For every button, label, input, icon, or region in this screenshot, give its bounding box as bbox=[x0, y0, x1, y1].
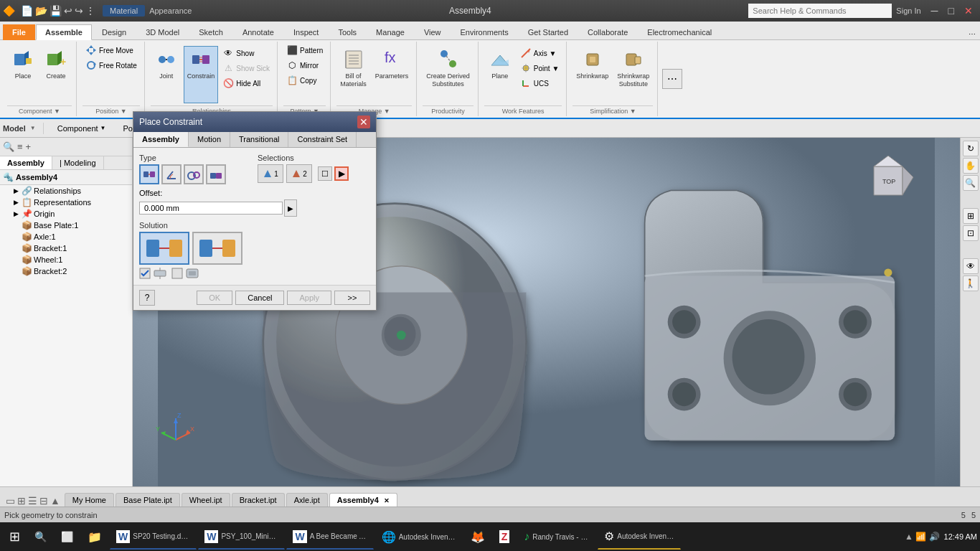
tab-axle[interactable]: Axle.ipt bbox=[286, 493, 328, 507]
free-move-button[interactable]: Free Move bbox=[83, 43, 140, 57]
tree-item-origin[interactable]: ▶ 📌 Origin bbox=[0, 208, 132, 220]
pattern-button[interactable]: ⬛ Pattern bbox=[283, 43, 326, 57]
tab-tools[interactable]: Tools bbox=[329, 24, 366, 39]
create-button[interactable]: + Create bbox=[40, 46, 72, 103]
solution-2-button[interactable] bbox=[192, 232, 242, 265]
show-sick-button[interactable]: ⚠ Show Sick bbox=[220, 61, 273, 75]
explorer-button[interactable]: 📁 bbox=[81, 524, 108, 550]
save-icon[interactable]: 💾 bbox=[50, 5, 62, 17]
apply-button[interactable]: Apply bbox=[287, 291, 331, 305]
minimize-button[interactable]: ─ bbox=[927, 5, 943, 17]
word-doc3-button[interactable]: W A Bee Became A... bbox=[286, 524, 373, 550]
show-button[interactable]: 👁 Show bbox=[220, 46, 273, 60]
selection-1-button[interactable]: 1 bbox=[258, 164, 283, 183]
tab-inspect[interactable]: Inspect bbox=[284, 24, 328, 39]
type-insert-button[interactable] bbox=[206, 164, 226, 184]
shrinkwrap-button[interactable]: Shrinkwrap bbox=[573, 46, 612, 103]
firefox-button[interactable]: 🦊 bbox=[464, 524, 491, 550]
parameters-button[interactable]: fx Parameters bbox=[372, 46, 413, 103]
sel-check-button[interactable]: ☐ bbox=[318, 166, 332, 181]
axis-button[interactable]: Axis ▼ bbox=[517, 46, 562, 60]
sel-active-button[interactable]: ▶ bbox=[334, 166, 349, 181]
sidebar-tab-assembly[interactable]: Assembly bbox=[0, 156, 52, 169]
offset-input[interactable] bbox=[139, 202, 283, 215]
constrain-button[interactable]: Constrain bbox=[184, 46, 219, 103]
solution-1-button[interactable] bbox=[139, 232, 189, 265]
tab-base-plate[interactable]: Base Plate.ipt bbox=[116, 493, 180, 507]
dialog-tab-assembly[interactable]: Assembly bbox=[133, 132, 189, 147]
type-mate-button[interactable] bbox=[139, 164, 159, 184]
plane-button[interactable]: Plane bbox=[484, 46, 516, 103]
bottom-expand-icon[interactable]: ▲ bbox=[50, 495, 60, 507]
dialog-tab-motion[interactable]: Motion bbox=[189, 132, 230, 147]
help-button[interactable]: ? bbox=[139, 290, 155, 306]
bottom-layout-icon4[interactable]: ⊟ bbox=[39, 495, 48, 507]
dialog-tab-transitional[interactable]: Transitional bbox=[230, 132, 288, 147]
undo-icon[interactable]: ↩ bbox=[64, 5, 72, 17]
hide-all-button[interactable]: 🚫 Hide All bbox=[220, 76, 273, 90]
sign-in-button[interactable]: Sign In bbox=[896, 6, 920, 15]
zotero-button[interactable]: Z bbox=[493, 524, 517, 550]
joint-button[interactable]: Joint bbox=[151, 46, 182, 103]
check1-item[interactable] bbox=[139, 268, 167, 279]
bottom-layout-icon3[interactable]: ☰ bbox=[28, 495, 37, 507]
maximize-button[interactable]: □ bbox=[944, 5, 958, 17]
tab-file[interactable]: File bbox=[3, 24, 35, 40]
rotate-view-button[interactable]: ↻ bbox=[963, 141, 979, 156]
point-button[interactable]: Point ▼ bbox=[517, 61, 562, 75]
selection-2-button[interactable]: 2 bbox=[286, 164, 312, 183]
pan-view-button[interactable]: ✋ bbox=[963, 158, 979, 174]
tree-item-axle[interactable]: 📦 Axle:1 bbox=[0, 231, 132, 242]
sidebar-menu-icon[interactable]: ≡ bbox=[17, 141, 23, 152]
walkthrough-button[interactable]: 🚶 bbox=[963, 276, 979, 291]
tab-environments[interactable]: Environments bbox=[451, 24, 518, 39]
check2-item[interactable] bbox=[171, 268, 199, 279]
tab-bracket[interactable]: Bracket.ipt bbox=[232, 493, 285, 507]
zoom-view-button[interactable]: 🔍 bbox=[963, 175, 979, 191]
tab-wheel[interactable]: Wheel.ipt bbox=[182, 493, 230, 507]
ribbon-toggle[interactable]: ⋯ bbox=[964, 29, 980, 39]
tree-item-relationships[interactable]: ▶ 🔗 Relationships bbox=[0, 185, 132, 197]
tab-assemble[interactable]: Assemble bbox=[36, 24, 92, 40]
tab-annotate[interactable]: Annotate bbox=[233, 24, 283, 39]
search-input[interactable] bbox=[748, 4, 892, 18]
type-angle-button[interactable] bbox=[161, 164, 182, 184]
inventor-button[interactable]: ⚙ Autodesk Invent... bbox=[598, 524, 681, 550]
zoom-all-button[interactable]: ⊞ bbox=[963, 208, 979, 224]
task-view-button[interactable]: ⬜ bbox=[55, 524, 80, 550]
tree-item-bracket2[interactable]: 📦 Bracket:2 bbox=[0, 265, 132, 277]
sidebar-search-icon[interactable]: 🔍 bbox=[3, 141, 14, 152]
more-button[interactable]: >> bbox=[334, 291, 370, 305]
nav-cube[interactable]: TOP bbox=[859, 152, 917, 209]
free-rotate-button[interactable]: Free Rotate bbox=[83, 58, 140, 72]
tab-view[interactable]: View bbox=[415, 24, 451, 39]
tab-sketch[interactable]: Sketch bbox=[189, 24, 232, 39]
cancel-button[interactable]: Cancel bbox=[235, 291, 284, 305]
chrome-button[interactable]: 🌐 Autodesk Invent... bbox=[375, 524, 463, 550]
music-button[interactable]: ♪ Randy Travis - S... bbox=[517, 524, 596, 550]
bottom-layout-icon1[interactable]: ▭ bbox=[6, 495, 15, 507]
zoom-window-button[interactable]: ⊡ bbox=[963, 225, 979, 241]
close-button[interactable]: ✕ bbox=[960, 5, 977, 17]
tree-item-wheel[interactable]: 📦 Wheel:1 bbox=[0, 254, 132, 265]
close-tab-icon[interactable]: ✕ bbox=[384, 497, 390, 504]
tree-item-bracket1[interactable]: 📦 Bracket:1 bbox=[0, 242, 132, 254]
shrinkwrap-sub-button[interactable]: ShrinkwrapSubstitute bbox=[613, 46, 653, 103]
offset-arrow-button[interactable]: ▶ bbox=[284, 199, 297, 217]
ucs-button[interactable]: UCS bbox=[517, 76, 562, 90]
component-dropdown[interactable]: Component ▼ bbox=[51, 122, 113, 135]
create-derived-button[interactable]: Create DerivedSubstitutes bbox=[423, 46, 473, 103]
new-icon[interactable]: 📄 bbox=[21, 5, 33, 17]
word-doc2-button[interactable]: W PSY_100_MiniEx... bbox=[198, 524, 285, 550]
ribbon-extra-button[interactable]: ⋯ bbox=[662, 69, 682, 89]
ok-button[interactable]: OK bbox=[197, 291, 232, 305]
copy-button[interactable]: 📋 Copy bbox=[283, 73, 326, 88]
tab-get-started[interactable]: Get Started bbox=[519, 24, 578, 39]
tab-collaborate[interactable]: Collaborate bbox=[578, 24, 637, 39]
tab-manage[interactable]: Manage bbox=[367, 24, 414, 39]
dialog-close-button[interactable]: ✕ bbox=[357, 116, 370, 128]
word-doc1-button[interactable]: W SP20 Testing.do... bbox=[110, 524, 197, 550]
dialog-tab-constraint-set[interactable]: Constraint Set bbox=[288, 132, 357, 147]
start-button[interactable]: ⊞ bbox=[3, 524, 27, 550]
tab-electromechanical[interactable]: Electromechanical bbox=[638, 24, 721, 39]
